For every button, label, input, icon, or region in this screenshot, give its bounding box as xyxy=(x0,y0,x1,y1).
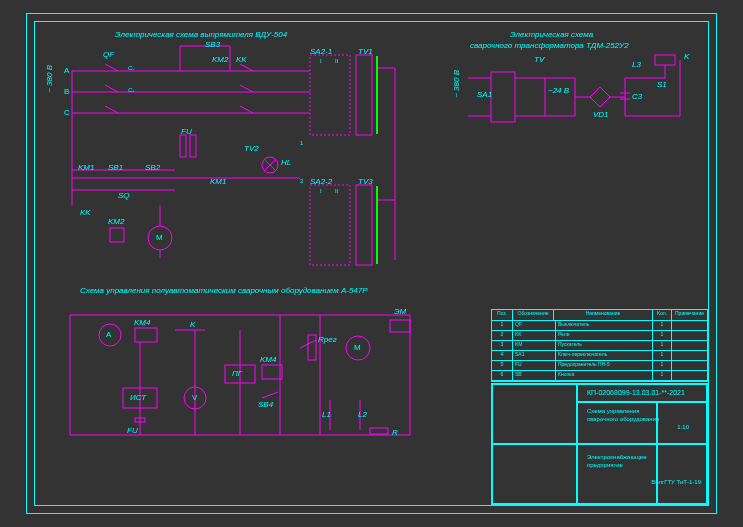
table-row: 5FUПредохранитель ПН-51 xyxy=(492,361,707,371)
label-Rreg: Rрег xyxy=(318,335,337,344)
label-Aamp: A xyxy=(106,330,111,339)
label-SB4: SB4 xyxy=(258,400,273,409)
svg-line-68 xyxy=(262,392,278,398)
svg-rect-72 xyxy=(390,320,410,332)
label-L1: L1 xyxy=(322,410,331,419)
table-row: 2KKРеле1 xyxy=(492,331,707,341)
label-IST: ИСТ xyxy=(130,393,146,402)
svg-rect-56 xyxy=(135,328,157,342)
label-FU3: FU xyxy=(127,426,138,435)
table-row: 6SBКнопка1 xyxy=(492,371,707,381)
label-R: R xyxy=(392,428,398,437)
svg-rect-75 xyxy=(370,428,388,434)
table-row: 3KMПускатель1 xyxy=(492,341,707,351)
label-PG: ПГ xyxy=(232,369,242,378)
label-KM4a: KM4 xyxy=(134,318,150,327)
label-EM: ЭМ xyxy=(394,307,406,316)
title-block: КП-02068099-13.03.01-**-2021 Схема управ… xyxy=(491,383,708,505)
label-L2: L2 xyxy=(358,410,367,419)
label-V: V xyxy=(192,393,197,402)
svg-rect-67 xyxy=(262,365,282,379)
parts-table: Поз. Обозначение Наименование Кол. Приме… xyxy=(491,309,708,382)
svg-rect-69 xyxy=(308,335,316,360)
label-M3: M xyxy=(354,343,361,352)
label-KM4b: KM4 xyxy=(260,355,276,364)
table-row: 4SA1Ключ-переключатель1 xyxy=(492,351,707,361)
label-K3: K xyxy=(190,320,195,329)
table-row: 1QFВыключатель1 xyxy=(492,321,707,331)
